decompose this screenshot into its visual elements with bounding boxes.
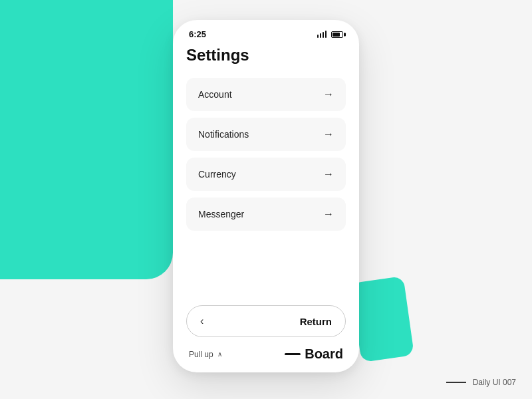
return-label: Return	[300, 316, 332, 327]
daily-ui-watermark: Daily UI 007	[446, 378, 516, 387]
settings-list: Account → Notifications → Currency → Mes…	[186, 78, 346, 297]
phone-content: Settings Account → Notifications → Curre…	[173, 43, 359, 372]
settings-item-messenger[interactable]: Messenger →	[186, 198, 346, 231]
daily-ui-line	[446, 382, 466, 383]
settings-item-label-currency: Currency	[198, 169, 236, 180]
phone-wrapper: 6:25 Settings Account →	[173, 20, 359, 372]
chevron-up-icon: ∧	[217, 350, 222, 358]
daily-ui-text: Daily UI 007	[473, 378, 516, 387]
phone-frame: 6:25 Settings Account →	[173, 20, 359, 372]
back-icon: ‹	[200, 315, 203, 327]
settings-item-label-messenger: Messenger	[198, 209, 244, 219]
arrow-icon-notifications: →	[323, 128, 334, 140]
arrow-icon-account: →	[323, 88, 334, 100]
arrow-icon-currency: →	[323, 168, 334, 180]
status-time: 6:25	[189, 29, 206, 39]
status-bar: 6:25	[173, 20, 359, 43]
battery-icon	[331, 31, 343, 38]
settings-item-label-notifications: Notifications	[198, 129, 249, 140]
page-title: Settings	[186, 46, 346, 65]
arrow-icon-messenger: →	[323, 208, 334, 220]
return-button[interactable]: ‹ Return	[186, 305, 346, 337]
teal-background-shape-bottom	[350, 276, 414, 362]
board-dash-icon	[285, 353, 301, 355]
settings-item-notifications[interactable]: Notifications →	[186, 118, 346, 151]
pull-up-label: Pull up	[189, 350, 213, 359]
settings-item-account[interactable]: Account →	[186, 78, 346, 111]
signal-icon	[317, 31, 327, 38]
pull-up-area[interactable]: Pull up ∧	[189, 350, 222, 359]
phone-footer: Pull up ∧ Board	[186, 346, 346, 362]
settings-item-label-account: Account	[198, 89, 232, 100]
settings-item-currency[interactable]: Currency →	[186, 158, 346, 191]
bottom-section: ‹ Return Pull up ∧ Board	[186, 297, 346, 372]
board-label: Board	[305, 346, 343, 362]
status-icons	[317, 31, 343, 38]
board-logo: Board	[285, 346, 343, 362]
teal-background-shape	[0, 0, 173, 279]
